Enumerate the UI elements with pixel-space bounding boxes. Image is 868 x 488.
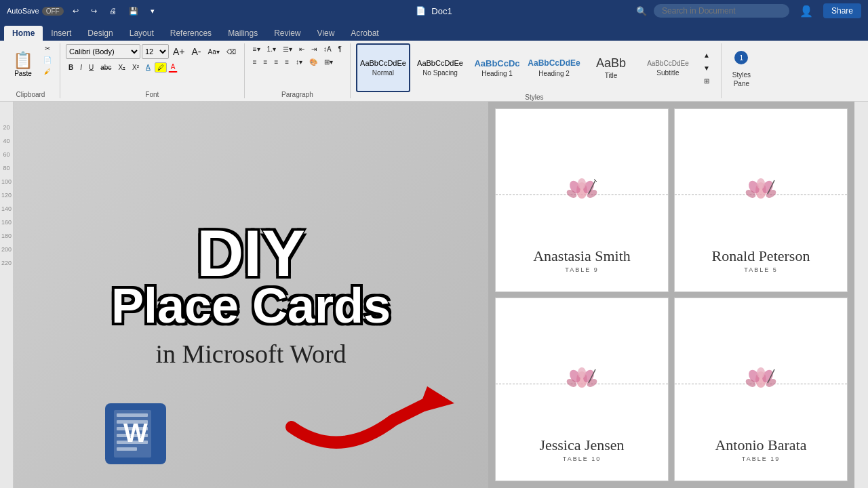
styles-scroll-up[interactable]: ▲: [701, 50, 713, 60]
border-button[interactable]: ⊞▾: [321, 57, 336, 67]
style-h1-label: Heading 1: [481, 70, 513, 77]
save-btn[interactable]: 💾: [125, 5, 142, 18]
font-size-select[interactable]: 12 10111416: [142, 44, 169, 59]
ruler-mark-180: 180: [0, 229, 13, 243]
tab-home[interactable]: Home: [4, 26, 43, 41]
tab-review[interactable]: Review: [266, 26, 309, 41]
tab-design[interactable]: Design: [79, 26, 121, 41]
redo-btn[interactable]: ↪: [87, 5, 100, 18]
style-no-spacing[interactable]: AaBbCcDdEe No Spacing: [413, 43, 467, 92]
svg-point-30: [578, 367, 586, 378]
style-heading2[interactable]: AaBbCcDdEe Heading 2: [527, 43, 581, 92]
font-shrink-button[interactable]: A-: [189, 45, 204, 58]
paste-button[interactable]: 📋 Paste: [7, 43, 39, 84]
shading-button[interactable]: 🎨: [307, 57, 320, 67]
line-spacing-button[interactable]: ↕▾: [293, 57, 305, 67]
card-4-table: TABLE 19: [742, 455, 780, 462]
card-1-name: Anastasia Smith: [533, 247, 631, 265]
main-area: 20 40 60 80 100 120 140 160 180 200 220 …: [0, 102, 868, 488]
right-scrollbar[interactable]: [854, 102, 868, 488]
floral-4: [741, 363, 781, 396]
styles-scroll-down[interactable]: ▼: [701, 63, 713, 73]
numbering-button[interactable]: 1.▾: [264, 44, 279, 54]
ruler-mark-100: 100: [0, 175, 13, 188]
search-icon: 🔍: [636, 6, 647, 16]
align-center-button[interactable]: ≡: [261, 57, 271, 67]
card-4-name: Antonio Barata: [715, 436, 806, 454]
styles-group: AaBbCcDdEe Normal AaBbCcDdEe No Spacing …: [353, 43, 718, 98]
align-justify-button[interactable]: ≡: [282, 57, 292, 67]
italic-button[interactable]: I: [77, 62, 85, 73]
autosave-toggle[interactable]: OFF: [42, 7, 64, 16]
arrow-svg: [285, 366, 475, 461]
multilevel-button[interactable]: ☰▾: [280, 44, 295, 54]
format-painter-button[interactable]: 🖌: [41, 66, 54, 77]
cut-button[interactable]: ✂: [41, 43, 54, 54]
font-family-select[interactable]: Calibri (Body): [66, 44, 140, 59]
thumbnail-content: DIY Place Cards in Microsoft Word W: [14, 102, 488, 488]
tab-mailings[interactable]: Mailings: [220, 26, 266, 41]
style-subtitle-label: Subtitle: [656, 69, 679, 77]
card-3-table: TABLE 10: [563, 455, 601, 462]
strikethrough-button[interactable]: abc: [98, 62, 114, 73]
tab-insert[interactable]: Insert: [43, 26, 79, 41]
superscript-button[interactable]: X²: [130, 62, 142, 73]
card-1-table: TABLE 9: [565, 266, 598, 273]
clipboard-group: 📋 Paste ✂ 📄 🖌 Clipboard: [4, 43, 60, 98]
style-subtitle[interactable]: AaBbCcDdEe Subtitle: [641, 43, 695, 92]
style-h2-label: Heading 2: [538, 70, 570, 77]
cards-area: Anastasia Smith TABLE 9: [488, 102, 854, 488]
styles-pane-button[interactable]: StylesPane: [729, 67, 753, 92]
tab-view[interactable]: View: [309, 26, 343, 41]
svg-rect-7: [117, 447, 137, 451]
align-left-button[interactable]: ≡: [250, 57, 260, 67]
svg-point-15: [578, 178, 586, 189]
ruler-mark-220: 220: [0, 256, 13, 270]
highlight-button[interactable]: 🖊: [155, 62, 167, 73]
tab-layout[interactable]: Layout: [121, 26, 162, 41]
title-bar-left: AutoSave OFF ↩ ↪ 🖨 💾 ▾: [7, 5, 158, 18]
tab-acrobat[interactable]: Acrobat: [342, 26, 387, 41]
style-title-label: Title: [605, 72, 618, 79]
styles-nav: ▲ ▼ ⊞: [698, 50, 713, 86]
font-color-button[interactable]: A: [168, 62, 178, 73]
change-case-button[interactable]: Aa▾: [205, 47, 222, 57]
copy-button[interactable]: 📄: [41, 55, 54, 65]
bold-button[interactable]: B: [66, 62, 76, 73]
styles-list: AaBbCcDdEe Normal AaBbCcDdEe No Spacing …: [356, 43, 713, 92]
place-card-2: Ronald Peterson TABLE 5: [674, 108, 848, 292]
share-button[interactable]: Share: [823, 3, 861, 18]
place-card-3: Jessica Jensen TABLE 10: [495, 298, 669, 481]
clipboard-top: 📋 Paste ✂ 📄 🖌: [7, 43, 54, 89]
svg-marker-9: [417, 386, 454, 413]
profile-btn[interactable]: 👤: [796, 3, 816, 20]
clear-format-button[interactable]: ⌫: [224, 47, 239, 57]
bullets-button[interactable]: ≡▾: [250, 44, 263, 54]
undo-btn[interactable]: ↩: [69, 5, 82, 18]
more-btn[interactable]: ▾: [147, 5, 158, 18]
floral-1: [561, 174, 602, 207]
increase-indent-button[interactable]: ⇥: [309, 44, 319, 54]
show-marks-button[interactable]: ¶: [336, 44, 344, 54]
font-color-A-button[interactable]: A: [143, 62, 153, 73]
place-card-1: Anastasia Smith TABLE 9: [495, 108, 669, 292]
tab-references[interactable]: References: [162, 26, 220, 41]
style-heading1[interactable]: AaBbCcDc Heading 1: [470, 43, 524, 92]
sort-button[interactable]: ↕A: [321, 44, 334, 54]
ruler-mark-40: 40: [0, 134, 13, 148]
style-title[interactable]: AaBb Title: [584, 43, 638, 92]
ruler-mark-200: 200: [0, 243, 13, 256]
styles-expand[interactable]: ⊞: [701, 76, 713, 86]
print-btn[interactable]: 🖨: [106, 5, 120, 17]
subscript-button[interactable]: X₂: [115, 62, 128, 73]
paragraph-label: Paragraph: [250, 91, 344, 98]
autosave-area: AutoSave OFF: [7, 7, 64, 16]
decrease-indent-button[interactable]: ⇤: [296, 44, 307, 54]
underline-button[interactable]: U: [86, 62, 96, 73]
svg-point-37: [757, 367, 765, 378]
align-right-button[interactable]: ≡: [271, 57, 281, 67]
search-input[interactable]: [654, 4, 789, 18]
style-normal[interactable]: AaBbCcDdEe Normal: [356, 43, 410, 92]
para-row1: ≡▾ 1.▾ ☰▾ ⇤ ⇥ ↕A ¶: [250, 44, 344, 54]
font-grow-button[interactable]: A+: [170, 45, 188, 58]
